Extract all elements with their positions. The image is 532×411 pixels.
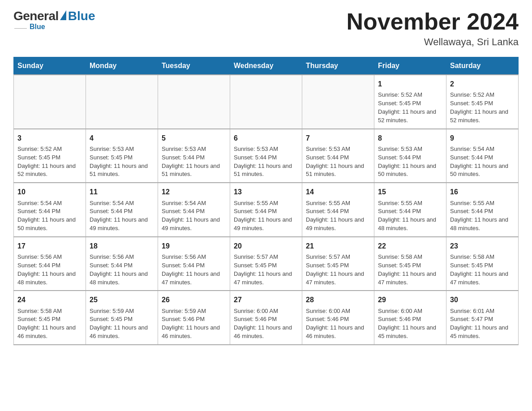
- day-number: 2: [450, 79, 515, 89]
- table-row: 10Sunrise: 5:54 AMSunset: 5:44 PMDayligh…: [14, 183, 86, 237]
- day-number: 17: [17, 241, 82, 251]
- calendar-week-2: 3Sunrise: 5:52 AMSunset: 5:45 PMDaylight…: [14, 129, 519, 183]
- day-number: 16: [450, 187, 515, 197]
- day-number: 7: [306, 133, 370, 143]
- day-info: Sunrise: 5:55 AMSunset: 5:44 PMDaylight:…: [378, 199, 442, 233]
- day-info: Sunrise: 6:00 AMSunset: 5:46 PMDaylight:…: [378, 307, 442, 341]
- day-number: 18: [90, 241, 154, 251]
- page-header: General Blue —— Blue November 2024 Wella…: [13, 9, 519, 48]
- table-row: 29Sunrise: 6:00 AMSunset: 5:46 PMDayligh…: [374, 291, 446, 345]
- day-number: 10: [17, 187, 82, 197]
- calendar-week-4: 17Sunrise: 5:56 AMSunset: 5:44 PMDayligh…: [14, 237, 519, 291]
- table-row: 5Sunrise: 5:53 AMSunset: 5:44 PMDaylight…: [158, 129, 230, 183]
- table-row: 14Sunrise: 5:55 AMSunset: 5:44 PMDayligh…: [302, 183, 374, 237]
- day-number: 4: [90, 133, 154, 143]
- day-number: 15: [378, 187, 442, 197]
- day-number: 21: [306, 241, 370, 251]
- table-row: 19Sunrise: 5:56 AMSunset: 5:44 PMDayligh…: [158, 237, 230, 291]
- table-row: 20Sunrise: 5:57 AMSunset: 5:45 PMDayligh…: [230, 237, 302, 291]
- day-info: Sunrise: 5:58 AMSunset: 5:45 PMDaylight:…: [450, 253, 515, 287]
- day-number: 22: [378, 241, 442, 251]
- logo-underline-text: Blue: [30, 23, 45, 31]
- day-info: Sunrise: 5:56 AMSunset: 5:44 PMDaylight:…: [17, 253, 82, 287]
- title-section: November 2024 Wellawaya, Sri Lanka: [347, 9, 519, 48]
- table-row: 3Sunrise: 5:52 AMSunset: 5:45 PMDaylight…: [14, 129, 86, 183]
- table-row: 24Sunrise: 5:58 AMSunset: 5:45 PMDayligh…: [14, 291, 86, 345]
- table-row: 15Sunrise: 5:55 AMSunset: 5:44 PMDayligh…: [374, 183, 446, 237]
- day-info: Sunrise: 6:00 AMSunset: 5:46 PMDaylight:…: [234, 307, 298, 341]
- day-number: 27: [234, 295, 298, 305]
- table-row: 11Sunrise: 5:54 AMSunset: 5:44 PMDayligh…: [86, 183, 158, 237]
- day-number: 8: [378, 133, 442, 143]
- day-info: Sunrise: 5:55 AMSunset: 5:44 PMDaylight:…: [234, 199, 298, 233]
- day-number: 23: [450, 241, 515, 251]
- table-row: [86, 75, 158, 129]
- day-info: Sunrise: 5:53 AMSunset: 5:44 PMDaylight:…: [378, 145, 442, 179]
- table-row: 23Sunrise: 5:58 AMSunset: 5:45 PMDayligh…: [446, 237, 519, 291]
- logo-triangle-icon: [60, 10, 66, 20]
- day-number: 26: [162, 295, 226, 305]
- table-row: 17Sunrise: 5:56 AMSunset: 5:44 PMDayligh…: [14, 237, 86, 291]
- day-info: Sunrise: 6:00 AMSunset: 5:46 PMDaylight:…: [306, 307, 370, 341]
- day-number: 20: [234, 241, 298, 251]
- day-info: Sunrise: 5:54 AMSunset: 5:44 PMDaylight:…: [90, 199, 154, 233]
- col-tuesday: Tuesday: [158, 57, 230, 75]
- table-row: 30Sunrise: 6:01 AMSunset: 5:47 PMDayligh…: [446, 291, 519, 345]
- day-info: Sunrise: 5:52 AMSunset: 5:45 PMDaylight:…: [378, 91, 442, 124]
- day-number: 25: [90, 295, 154, 305]
- table-row: 26Sunrise: 5:59 AMSunset: 5:46 PMDayligh…: [158, 291, 230, 345]
- table-row: 13Sunrise: 5:55 AMSunset: 5:44 PMDayligh…: [230, 183, 302, 237]
- day-number: 24: [17, 295, 82, 305]
- day-number: 9: [450, 133, 515, 143]
- month-title: November 2024: [347, 9, 519, 34]
- day-number: 30: [450, 295, 515, 305]
- table-row: 12Sunrise: 5:54 AMSunset: 5:44 PMDayligh…: [158, 183, 230, 237]
- table-row: 22Sunrise: 5:58 AMSunset: 5:45 PMDayligh…: [374, 237, 446, 291]
- table-row: [302, 75, 374, 129]
- table-row: 2Sunrise: 5:52 AMSunset: 5:45 PMDaylight…: [446, 75, 519, 129]
- day-info: Sunrise: 5:53 AMSunset: 5:45 PMDaylight:…: [90, 145, 154, 179]
- day-info: Sunrise: 5:56 AMSunset: 5:44 PMDaylight:…: [162, 253, 226, 287]
- col-thursday: Thursday: [302, 57, 374, 75]
- day-info: Sunrise: 5:52 AMSunset: 5:45 PMDaylight:…: [450, 91, 515, 124]
- table-row: [230, 75, 302, 129]
- calendar-header-row: Sunday Monday Tuesday Wednesday Thursday…: [14, 57, 519, 75]
- calendar-table: Sunday Monday Tuesday Wednesday Thursday…: [13, 57, 519, 345]
- calendar-week-1: 1Sunrise: 5:52 AMSunset: 5:45 PMDaylight…: [14, 75, 519, 129]
- table-row: 4Sunrise: 5:53 AMSunset: 5:45 PMDaylight…: [86, 129, 158, 183]
- day-number: 14: [306, 187, 370, 197]
- table-row: [14, 75, 86, 129]
- day-info: Sunrise: 5:53 AMSunset: 5:44 PMDaylight:…: [306, 145, 370, 179]
- calendar-week-5: 24Sunrise: 5:58 AMSunset: 5:45 PMDayligh…: [14, 291, 519, 345]
- day-info: Sunrise: 5:55 AMSunset: 5:44 PMDaylight:…: [450, 199, 515, 233]
- col-friday: Friday: [374, 57, 446, 75]
- table-row: 16Sunrise: 5:55 AMSunset: 5:44 PMDayligh…: [446, 183, 519, 237]
- day-info: Sunrise: 5:59 AMSunset: 5:45 PMDaylight:…: [90, 307, 154, 341]
- day-info: Sunrise: 5:54 AMSunset: 5:44 PMDaylight:…: [450, 145, 515, 179]
- day-info: Sunrise: 5:54 AMSunset: 5:44 PMDaylight:…: [17, 199, 82, 233]
- col-wednesday: Wednesday: [230, 57, 302, 75]
- table-row: 1Sunrise: 5:52 AMSunset: 5:45 PMDaylight…: [374, 75, 446, 129]
- table-row: 8Sunrise: 5:53 AMSunset: 5:44 PMDaylight…: [374, 129, 446, 183]
- day-number: 29: [378, 295, 442, 305]
- day-info: Sunrise: 5:56 AMSunset: 5:44 PMDaylight:…: [90, 253, 154, 287]
- day-info: Sunrise: 5:55 AMSunset: 5:44 PMDaylight:…: [306, 199, 370, 233]
- day-number: 12: [162, 187, 226, 197]
- table-row: 6Sunrise: 5:53 AMSunset: 5:44 PMDaylight…: [230, 129, 302, 183]
- day-info: Sunrise: 5:58 AMSunset: 5:45 PMDaylight:…: [378, 253, 442, 287]
- logo: General Blue —— Blue: [13, 9, 95, 31]
- logo-general-text: General: [13, 9, 59, 23]
- day-info: Sunrise: 5:57 AMSunset: 5:45 PMDaylight:…: [234, 253, 298, 287]
- day-number: 13: [234, 187, 298, 197]
- col-monday: Monday: [86, 57, 158, 75]
- day-info: Sunrise: 5:54 AMSunset: 5:44 PMDaylight:…: [162, 199, 226, 233]
- table-row: [158, 75, 230, 129]
- logo-blue-text: Blue: [68, 9, 95, 23]
- col-sunday: Sunday: [14, 57, 86, 75]
- day-info: Sunrise: 6:01 AMSunset: 5:47 PMDaylight:…: [450, 307, 515, 341]
- day-number: 28: [306, 295, 370, 305]
- day-info: Sunrise: 5:57 AMSunset: 5:45 PMDaylight:…: [306, 253, 370, 287]
- location-subtitle: Wellawaya, Sri Lanka: [347, 36, 519, 48]
- table-row: 27Sunrise: 6:00 AMSunset: 5:46 PMDayligh…: [230, 291, 302, 345]
- table-row: 25Sunrise: 5:59 AMSunset: 5:45 PMDayligh…: [86, 291, 158, 345]
